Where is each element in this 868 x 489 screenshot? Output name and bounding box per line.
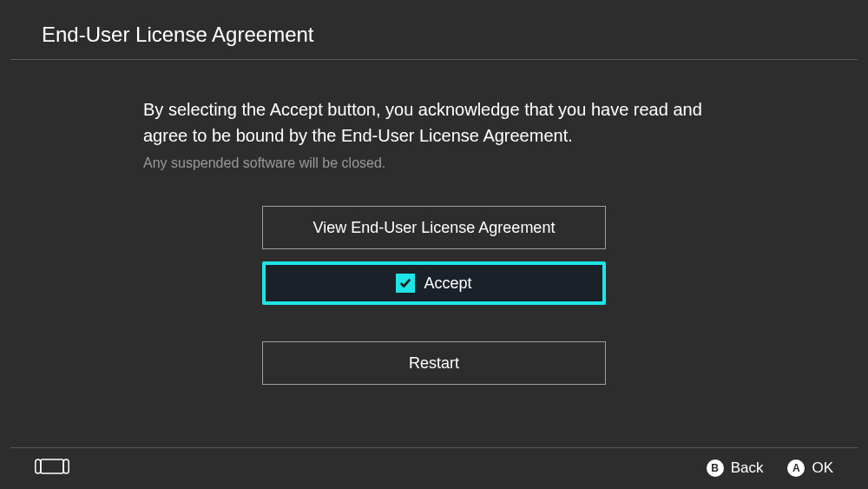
view-eula-button[interactable]: View End-User License Agreement (262, 206, 606, 249)
back-action[interactable]: B Back (707, 459, 764, 477)
main-content: By selecting the Accept button, you ackn… (0, 60, 868, 385)
accept-label: Accept (424, 274, 471, 293)
controller-icon (35, 458, 69, 479)
restart-label: Restart (409, 354, 459, 373)
restart-button[interactable]: Restart (262, 341, 606, 385)
svg-rect-0 (41, 459, 63, 473)
description-main: By selecting the Accept button, you ackn… (143, 96, 733, 149)
a-button-icon: A (787, 459, 805, 477)
checkbox-checked-icon (396, 274, 415, 293)
back-label: Back (731, 459, 764, 477)
page-title: End-User License Agreement (42, 23, 826, 47)
footer-actions: B Back A OK (707, 459, 833, 477)
accept-button[interactable]: Accept (262, 261, 606, 305)
header: End-User License Agreement (0, 0, 868, 59)
description-sub: Any suspended software will be closed. (143, 155, 733, 171)
footer: B Back A OK (0, 447, 868, 489)
ok-label: OK (812, 459, 833, 477)
svg-rect-2 (63, 459, 69, 473)
view-eula-label: View End-User License Agreement (313, 219, 556, 237)
footer-divider (10, 447, 858, 448)
b-button-icon: B (707, 459, 724, 477)
ok-action[interactable]: A OK (787, 459, 833, 477)
svg-rect-1 (36, 459, 41, 473)
button-group: View End-User License Agreement Accept R… (262, 206, 606, 385)
accept-checkbox-wrap: Accept (396, 274, 471, 293)
description-block: By selecting the Accept button, you ackn… (143, 96, 733, 171)
